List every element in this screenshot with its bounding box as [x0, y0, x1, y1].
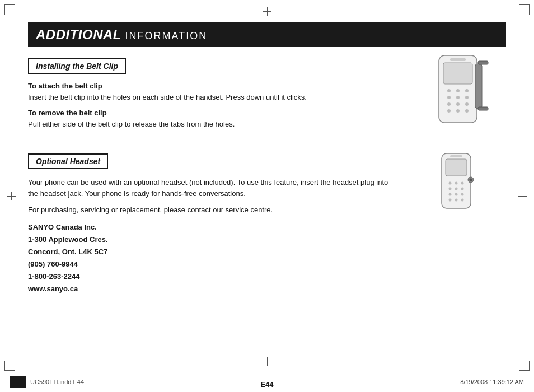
contact-line1: SANYO Canada Inc. — [28, 221, 394, 234]
svg-rect-16 — [478, 107, 488, 110]
contact-line4: (905) 760-9944 — [28, 258, 394, 270]
crosshair-top — [263, 7, 271, 16]
svg-rect-15 — [478, 61, 488, 64]
headset-section: Optional Headset Your phone can be used … — [28, 153, 506, 295]
contact-line5: 1-800-263-2244 — [28, 270, 394, 283]
svg-point-11 — [447, 109, 451, 113]
bottom-bar: UC590EH.indd E44 8/19/2008 11:39:12 AM — [0, 371, 534, 392]
bottom-left: UC590EH.indd E44 — [10, 376, 84, 388]
black-rect — [10, 376, 26, 388]
svg-rect-14 — [475, 64, 482, 109]
svg-point-5 — [447, 96, 451, 99]
page-title: ADDITIONAL INFORMATION — [36, 28, 207, 42]
bottom-timestamp: 8/19/2008 11:39:12 AM — [460, 379, 524, 385]
headset-image — [433, 151, 484, 212]
svg-point-6 — [456, 96, 460, 99]
page: ADDITIONAL INFORMATION Installing the Be… — [0, 0, 534, 392]
corner-mark-top-left — [4, 4, 15, 15]
contact-line2: 1-300 Applewood Cres. — [28, 234, 394, 246]
headset-body2: For purchasing, servicing or replacement… — [28, 204, 394, 216]
remove-text: Pull either side of the belt clip to rel… — [28, 119, 394, 130]
svg-point-24 — [455, 188, 458, 190]
svg-point-27 — [455, 193, 458, 196]
svg-point-25 — [461, 188, 464, 190]
svg-point-21 — [455, 182, 458, 185]
svg-point-22 — [461, 182, 464, 185]
svg-point-13 — [465, 109, 469, 113]
svg-point-8 — [447, 102, 451, 106]
svg-rect-1 — [443, 63, 472, 84]
svg-point-10 — [465, 102, 469, 106]
bottom-filename: UC590EH.indd E44 — [30, 379, 84, 385]
main-content: ADDITIONAL INFORMATION Installing the Be… — [28, 22, 506, 361]
svg-rect-19 — [446, 159, 467, 176]
headset-body1: Your phone can be used with an optional … — [28, 177, 394, 199]
svg-point-3 — [456, 89, 460, 92]
svg-point-23 — [449, 188, 452, 190]
contact-line3: Concord, Ont. L4K 5C7 — [28, 246, 394, 258]
svg-point-12 — [456, 109, 460, 113]
svg-point-7 — [465, 96, 469, 99]
contact-info: SANYO Canada Inc. 1-300 Applewood Cres. … — [28, 221, 394, 296]
belt-clip-section: Installing the Belt Clip To attach the b… — [28, 58, 506, 129]
headset-header: Optional Headset — [28, 153, 108, 169]
header-bar: ADDITIONAL INFORMATION — [28, 22, 506, 47]
svg-rect-34 — [450, 155, 462, 157]
svg-point-33 — [470, 179, 472, 181]
corner-mark-bottom-right — [519, 361, 530, 371]
svg-point-28 — [461, 193, 464, 196]
crosshair-left — [7, 192, 16, 200]
svg-point-31 — [461, 199, 464, 202]
contact-line6: www.sanyo.ca — [28, 283, 394, 295]
belt-clip-image — [422, 53, 506, 131]
svg-point-2 — [447, 89, 451, 92]
svg-point-20 — [449, 182, 452, 185]
attach-text: Insert the belt clip into the holes on e… — [28, 92, 394, 103]
svg-point-30 — [455, 199, 458, 202]
divider — [28, 143, 506, 143]
corner-mark-top-right — [519, 4, 530, 15]
corner-mark-bottom-left — [4, 361, 15, 371]
remove-heading: To remove the belt clip — [28, 109, 394, 117]
svg-point-26 — [449, 193, 452, 196]
belt-clip-header: Installing the Belt Clip — [28, 58, 126, 74]
svg-rect-17 — [450, 58, 466, 61]
svg-point-29 — [449, 199, 452, 202]
svg-point-4 — [465, 89, 469, 92]
attach-heading: To attach the belt clip — [28, 82, 394, 90]
svg-point-9 — [456, 102, 460, 106]
crosshair-right — [518, 192, 527, 200]
